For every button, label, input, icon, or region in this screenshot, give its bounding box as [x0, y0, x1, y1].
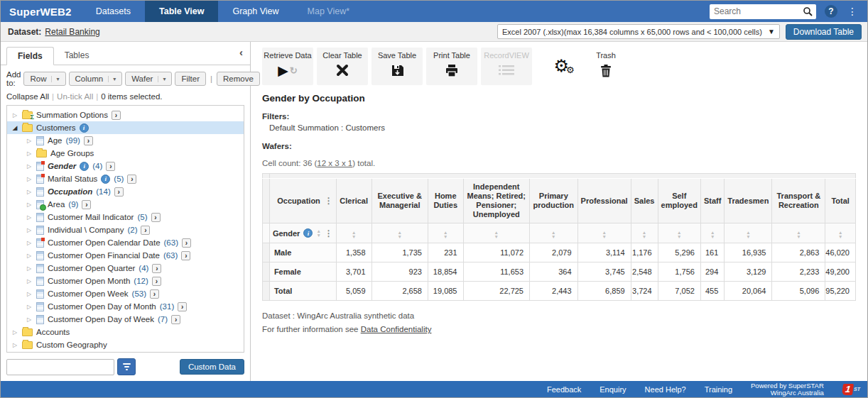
caret-collapsed-icon[interactable]: ▷ — [26, 265, 33, 272]
export-format-select[interactable]: Excel 2007 (.xlsx)(max 16,384 columns x … — [497, 24, 780, 39]
search-input[interactable] — [710, 6, 799, 16]
caret-collapsed-icon[interactable]: ▷ — [11, 342, 18, 348]
search-icon[interactable] — [799, 4, 816, 19]
tree-item-occupation[interactable]: ▷Occupation(14)› — [7, 185, 244, 198]
add-to-filter-button[interactable]: Filter — [175, 72, 206, 86]
caret-collapsed-icon[interactable]: ▷ — [11, 112, 18, 118]
sort-toggle-icon[interactable]: ▲▼ — [746, 231, 750, 239]
info-icon[interactable]: i — [80, 123, 89, 133]
tree-item-customer-open-day-of-week[interactable]: ▷Customer Open Day of Week(7)› — [7, 313, 244, 326]
tree-item-age-groups[interactable]: ▷Age Groups — [7, 147, 244, 160]
sidebar-tab-fields[interactable]: Fields — [6, 47, 54, 65]
table-options-button[interactable]: ⚙⚙ — [544, 48, 584, 85]
trash-button[interactable]: Trash — [587, 48, 624, 85]
sort-toggle-icon[interactable]: ▲▼ — [316, 229, 320, 238]
caret-collapsed-icon[interactable]: ▷ — [26, 150, 33, 157]
collapse-sidebar-icon[interactable]: ‹ — [239, 47, 243, 57]
print-table-button[interactable]: Print Table — [426, 48, 477, 85]
footer-link-need-help[interactable]: Need Help? — [645, 385, 686, 394]
drill-forward-icon[interactable]: › — [152, 277, 161, 286]
caret-collapsed-icon[interactable]: ▷ — [26, 240, 33, 246]
footer-link-feedback[interactable]: Feedback — [547, 385, 581, 394]
tree-filter-input[interactable] — [6, 359, 114, 375]
sort-toggle-icon[interactable]: ▲▼ — [796, 231, 801, 239]
caret-collapsed-icon[interactable]: ▷ — [26, 304, 33, 310]
add-to-wafer-button[interactable]: Wafer▾ — [125, 72, 172, 86]
tree-item-customer-open-calendar-date[interactable]: ▷Customer Open Calendar Date(63)› — [7, 236, 244, 249]
add-to-row-button[interactable]: Row▾ — [23, 72, 65, 86]
drill-forward-icon[interactable]: › — [114, 187, 124, 197]
sort-toggle-icon[interactable]: ▲▼ — [352, 231, 356, 239]
caret-collapsed-icon[interactable]: ▷ — [26, 189, 33, 195]
filter-icon[interactable] — [117, 358, 136, 375]
cell-count-link[interactable]: 12 x 3 x 1 — [317, 159, 352, 167]
caret-collapsed-icon[interactable]: ▷ — [26, 253, 33, 259]
drill-forward-icon[interactable]: › — [106, 162, 115, 171]
tab-datasets[interactable]: Datasets — [82, 1, 145, 22]
tab-map-view[interactable]: Map View* — [293, 1, 364, 22]
drill-forward-icon[interactable]: › — [84, 136, 93, 145]
info-icon[interactable]: i — [101, 175, 110, 184]
tree-item-marital-status[interactable]: ▷Marital Statusi(5)› — [7, 172, 244, 185]
info-icon[interactable]: i — [303, 228, 313, 238]
info-icon[interactable]: i — [80, 162, 89, 171]
tree-item-customer-open-day-of-month[interactable]: ▷Customer Open Day of Month(31)› — [7, 300, 244, 313]
caret-collapsed-icon[interactable]: ▷ — [26, 316, 33, 323]
tree-item-customer-open-quarter[interactable]: ▷Customer Open Quarter(4)› — [7, 262, 244, 275]
untick-all-link[interactable]: Un-tick All — [57, 92, 93, 101]
caret-collapsed-icon[interactable]: ▷ — [26, 201, 33, 208]
sort-toggle-icon[interactable]: ▲▼ — [838, 231, 842, 239]
data-confidentiality-link[interactable]: Data Confidentiality — [361, 325, 432, 333]
sort-toggle-icon[interactable]: ▲▼ — [443, 231, 447, 239]
retrieve-data-button[interactable]: Retrieve Data▶↻ — [262, 48, 313, 85]
row-options-icon[interactable]: ⋮ — [325, 228, 333, 238]
drill-forward-icon[interactable]: › — [82, 200, 91, 209]
caret-collapsed-icon[interactable]: ▷ — [26, 163, 33, 170]
tree-item-customer-mail-indicator[interactable]: ▷Customer Mail Indicator(5)› — [7, 211, 244, 223]
drill-forward-icon[interactable]: › — [151, 213, 161, 222]
tree-item-area[interactable]: ▷Area(9)› — [7, 198, 244, 211]
drill-forward-icon[interactable]: › — [127, 175, 136, 184]
drill-forward-icon[interactable]: › — [178, 302, 187, 311]
sort-toggle-icon[interactable]: ▲▼ — [398, 231, 402, 239]
tree-item-customer-open-month[interactable]: ▷Customer Open Month(12)› — [7, 275, 244, 287]
drill-forward-icon[interactable]: › — [152, 264, 161, 273]
drill-forward-icon[interactable]: › — [112, 111, 121, 120]
dataset-link[interactable]: Retail Banking — [45, 27, 99, 37]
tree-item-customer-open-financial-date[interactable]: ▷Customer Open Financial Date(63)› — [7, 249, 244, 262]
collapse-all-link[interactable]: Collapse All — [6, 92, 49, 101]
drill-forward-icon[interactable]: › — [141, 226, 150, 235]
tree-item-custom-geography[interactable]: ▷Custom Geography — [7, 338, 244, 351]
drill-forward-icon[interactable]: › — [182, 238, 191, 248]
caret-collapsed-icon[interactable]: ▷ — [11, 329, 18, 336]
overflow-menu-icon[interactable]: ⋮ — [846, 6, 859, 17]
column-options-icon[interactable]: ⋮ — [325, 196, 333, 206]
tree-item-accounts[interactable]: ▷Accounts — [7, 326, 244, 338]
sort-toggle-icon[interactable]: ▲▼ — [710, 231, 715, 239]
download-table-button[interactable]: Download Table — [786, 24, 862, 40]
caret-collapsed-icon[interactable]: ▷ — [26, 291, 33, 297]
custom-data-button[interactable]: Custom Data — [180, 359, 244, 375]
tree-item-age[interactable]: ▷Age(99)› — [7, 134, 244, 147]
caret-collapsed-icon[interactable]: ▷ — [26, 227, 33, 233]
caret-expanded-icon[interactable]: ◢ — [11, 124, 18, 131]
tree-item-individual-company[interactable]: ▷Individual \ Company(2)› — [7, 223, 244, 236]
tab-graph-view[interactable]: Graph View — [218, 1, 293, 22]
clear-table-button[interactable]: Clear Table — [317, 48, 368, 85]
sort-toggle-icon[interactable]: ▲▼ — [677, 231, 681, 239]
footer-link-enquiry[interactable]: Enquiry — [600, 385, 626, 394]
tree-item-customers[interactable]: ◢Customersi — [7, 121, 244, 134]
footer-link-training[interactable]: Training — [705, 385, 732, 394]
caret-collapsed-icon[interactable]: ▷ — [26, 278, 33, 284]
add-to-column-button[interactable]: Column▾ — [69, 72, 123, 86]
tree-item-gender[interactable]: ▷Genderi(4)› — [7, 160, 244, 172]
sidebar-tab-tables[interactable]: Tables — [54, 47, 100, 65]
sort-toggle-icon[interactable]: ▲▼ — [602, 231, 606, 239]
caret-collapsed-icon[interactable]: ▷ — [26, 214, 33, 221]
caret-collapsed-icon[interactable]: ▷ — [26, 138, 33, 144]
save-table-button[interactable]: Save Table — [371, 48, 423, 85]
tree-item-customer-open-week[interactable]: ▷Customer Open Week(53)› — [7, 287, 244, 300]
caret-collapsed-icon[interactable]: ▷ — [26, 176, 33, 182]
drill-forward-icon[interactable]: › — [181, 251, 190, 260]
drill-forward-icon[interactable]: › — [171, 315, 180, 324]
